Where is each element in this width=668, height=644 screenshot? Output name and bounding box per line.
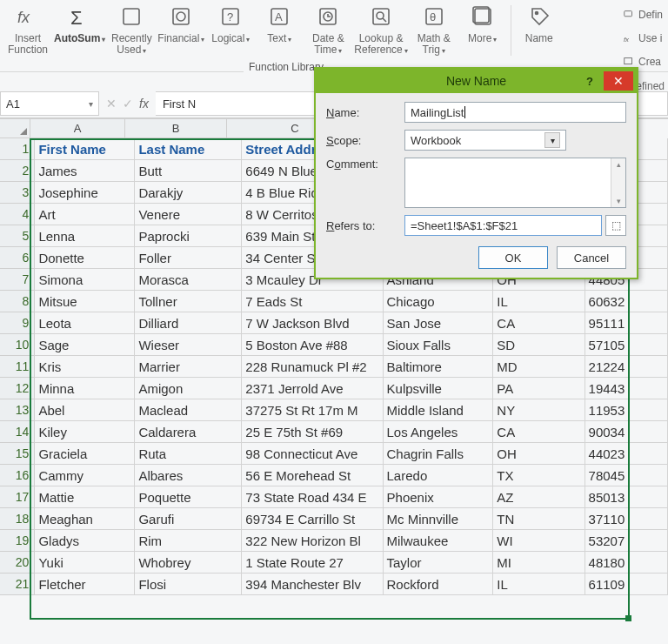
cell[interactable]: 19443 — [585, 378, 668, 399]
cell[interactable]: Last Name — [135, 138, 242, 160]
cell[interactable]: 21224 — [585, 356, 668, 378]
cell[interactable]: MI — [493, 552, 584, 574]
cell[interactable]: 37275 St Rt 17m M — [242, 399, 383, 421]
cell[interactable]: Milwaukee — [384, 530, 494, 552]
cell[interactable]: Dilliard — [135, 312, 242, 334]
define-names-item[interactable]: Defin — [623, 3, 663, 25]
cell[interactable]: SD — [493, 334, 584, 356]
cell[interactable]: Poquette — [135, 486, 242, 508]
cell[interactable]: Taylor — [384, 552, 494, 574]
cell[interactable]: 53207 — [585, 530, 668, 552]
cell[interactable]: Chicago — [384, 291, 494, 312]
cell[interactable]: Simona — [35, 269, 135, 291]
ribbon-date-time-button[interactable]: Date &Time▾ — [305, 3, 351, 57]
row-header[interactable]: 10 — [0, 334, 35, 356]
cell[interactable]: Gladys — [35, 530, 135, 552]
cell[interactable]: Whobrey — [135, 552, 242, 574]
row-header[interactable]: 15 — [0, 443, 35, 465]
cell[interactable]: 78045 — [585, 465, 668, 486]
cell[interactable]: Fletcher — [35, 574, 135, 595]
ribbon-text-button[interactable]: AText▾ — [257, 3, 302, 45]
cell[interactable]: Tollner — [135, 291, 242, 312]
cell[interactable]: Mc Minnville — [384, 508, 494, 530]
cell[interactable]: Sage — [35, 334, 135, 356]
cell[interactable]: IL — [493, 574, 584, 595]
cell[interactable]: 7 Eads St — [242, 291, 383, 312]
cell[interactable]: 1 State Route 27 — [242, 552, 383, 574]
row-header[interactable]: 8 — [0, 291, 35, 312]
row-header[interactable]: 16 — [0, 465, 35, 486]
cell[interactable]: Foller — [135, 247, 242, 269]
cell[interactable]: 7 W Jackson Blvd — [242, 312, 383, 334]
cell[interactable]: 394 Manchester Blv — [242, 574, 383, 595]
cell[interactable]: Paprocki — [135, 225, 242, 247]
cell[interactable]: 56 E Morehead St — [242, 465, 383, 486]
cancel-icon[interactable]: ✕ — [106, 97, 117, 111]
cell[interactable]: Laredo — [384, 465, 494, 486]
ribbon-financial-button[interactable]: Financial▾ — [157, 3, 204, 45]
cell[interactable]: Ruta — [135, 443, 242, 465]
cell[interactable]: James — [35, 160, 135, 182]
cell[interactable]: AZ — [493, 486, 584, 508]
cell[interactable]: Sioux Falls — [384, 334, 494, 356]
cell[interactable]: Art — [35, 204, 135, 225]
row-header[interactable]: 21 — [0, 574, 35, 595]
cell[interactable]: Middle Island — [384, 399, 494, 421]
cell[interactable]: Phoenix — [384, 486, 494, 508]
cell[interactable]: 60632 — [585, 291, 668, 312]
cell[interactable]: Kris — [35, 356, 135, 378]
row-header[interactable]: 18 — [0, 508, 35, 530]
name-input[interactable]: MailingList — [404, 102, 626, 123]
cell[interactable]: Caldarera — [135, 421, 242, 443]
cell[interactable]: TN — [493, 508, 584, 530]
col-header[interactable]: B — [125, 119, 227, 138]
cell[interactable]: Leota — [35, 312, 135, 334]
range-picker-icon[interactable]: ⬚ — [605, 215, 626, 236]
row-header[interactable]: 6 — [0, 247, 35, 269]
ribbon-math-trig-button[interactable]: θMath &Trig▾ — [411, 3, 457, 57]
cell[interactable]: Mitsue — [35, 291, 135, 312]
cell[interactable]: Mattie — [35, 486, 135, 508]
cancel-button[interactable]: Cancel — [557, 246, 626, 269]
cell[interactable]: Lenna — [35, 225, 135, 247]
cell[interactable]: 5 Boston Ave #88 — [242, 334, 383, 356]
cell[interactable]: 322 New Horizon Bl — [242, 530, 383, 552]
cell[interactable]: Graciela — [35, 443, 135, 465]
row-header[interactable]: 4 — [0, 204, 35, 225]
cell[interactable]: 11953 — [585, 399, 668, 421]
cell[interactable]: 90034 — [585, 421, 668, 443]
row-header[interactable]: 7 — [0, 269, 35, 291]
help-icon[interactable]: ? — [578, 69, 602, 93]
cell[interactable]: Los Angeles — [384, 421, 494, 443]
cell[interactable]: Meaghan — [35, 508, 135, 530]
cell[interactable]: Venere — [135, 204, 242, 225]
cell[interactable]: 95111 — [585, 312, 668, 334]
col-header[interactable]: A — [30, 119, 125, 138]
cell[interactable]: Rockford — [384, 574, 494, 595]
cell[interactable]: First Name — [35, 138, 135, 160]
cell[interactable]: Donette — [35, 247, 135, 269]
row-header[interactable]: 14 — [0, 421, 35, 443]
cell[interactable]: Kulpsville — [384, 378, 494, 399]
row-header[interactable]: 5 — [0, 225, 35, 247]
cell[interactable]: CA — [493, 421, 584, 443]
cell[interactable]: 228 Runamuck Pl #2 — [242, 356, 383, 378]
cell[interactable]: 69734 E Carrillo St — [242, 508, 383, 530]
close-icon[interactable]: ✕ — [604, 71, 633, 91]
row-header[interactable]: 9 — [0, 312, 35, 334]
enter-icon[interactable]: ✓ — [123, 97, 133, 111]
cell[interactable]: 37110 — [585, 508, 668, 530]
cell[interactable]: OH — [493, 443, 584, 465]
ok-button[interactable]: OK — [478, 246, 548, 269]
ribbon-autosum-button[interactable]: ΣAutoSum▾ — [54, 3, 105, 45]
select-all-corner[interactable] — [0, 119, 30, 138]
cell[interactable]: IL — [493, 291, 584, 312]
cell[interactable]: 61109 — [585, 574, 668, 595]
cell[interactable]: Butt — [135, 160, 242, 182]
cell[interactable]: 85013 — [585, 486, 668, 508]
cell[interactable]: MD — [493, 356, 584, 378]
ribbon-lookup-reference-button[interactable]: Lookup &Reference▾ — [354, 3, 407, 57]
cell[interactable]: PA — [493, 378, 584, 399]
ribbon-more-button[interactable]: More▾ — [460, 3, 505, 45]
row-header[interactable]: 17 — [0, 486, 35, 508]
